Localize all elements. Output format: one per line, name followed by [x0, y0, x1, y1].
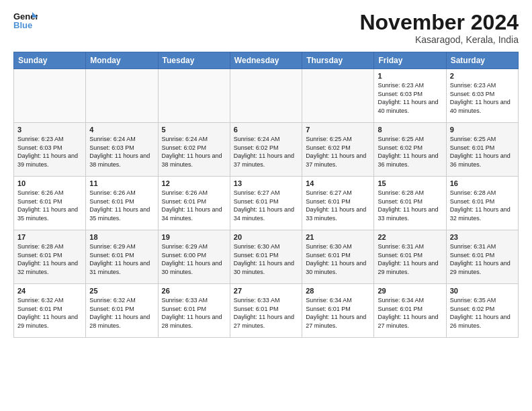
day-info: Sunrise: 6:26 AM Sunset: 6:01 PM Dayligh…	[17, 189, 82, 222]
day-info: Sunrise: 6:27 AM Sunset: 6:01 PM Dayligh…	[306, 189, 370, 222]
calendar-cell: 22Sunrise: 6:31 AM Sunset: 6:01 PM Dayli…	[374, 230, 446, 284]
day-number: 30	[450, 287, 515, 295]
page: General Blue November 2024 Kasaragod, Ke…	[0, 0, 532, 411]
day-info: Sunrise: 6:31 AM Sunset: 6:01 PM Dayligh…	[378, 242, 442, 276]
calendar-cell: 5Sunrise: 6:24 AM Sunset: 6:02 PM Daylig…	[158, 123, 230, 177]
calendar-cell: 20Sunrise: 6:30 AM Sunset: 6:01 PM Dayli…	[230, 230, 302, 284]
calendar-cell: 17Sunrise: 6:28 AM Sunset: 6:01 PM Dayli…	[14, 230, 86, 284]
month-title: November 2024	[359, 11, 519, 34]
day-number: 7	[306, 126, 370, 134]
day-number: 11	[89, 179, 154, 187]
header-row: Sunday Monday Tuesday Wednesday Thursday…	[14, 52, 519, 69]
col-friday: Friday	[374, 52, 446, 69]
calendar-cell	[230, 69, 302, 123]
calendar-cell: 11Sunrise: 6:26 AM Sunset: 6:01 PM Dayli…	[86, 177, 158, 230]
calendar-cell: 14Sunrise: 6:27 AM Sunset: 6:01 PM Dayli…	[302, 177, 374, 230]
day-info: Sunrise: 6:28 AM Sunset: 6:01 PM Dayligh…	[17, 242, 82, 276]
calendar-cell	[14, 69, 86, 123]
calendar-cell: 29Sunrise: 6:34 AM Sunset: 6:01 PM Dayli…	[374, 284, 446, 338]
title-area: November 2024 Kasaragod, Kerala, India	[359, 11, 519, 45]
calendar-cell: 9Sunrise: 6:25 AM Sunset: 6:01 PM Daylig…	[446, 123, 518, 177]
day-number: 12	[162, 179, 226, 187]
day-info: Sunrise: 6:34 AM Sunset: 6:01 PM Dayligh…	[378, 296, 442, 330]
day-info: Sunrise: 6:29 AM Sunset: 6:01 PM Dayligh…	[89, 242, 154, 276]
day-info: Sunrise: 6:23 AM Sunset: 6:03 PM Dayligh…	[378, 81, 442, 115]
day-info: Sunrise: 6:23 AM Sunset: 6:03 PM Dayligh…	[450, 81, 515, 115]
calendar-week-5: 24Sunrise: 6:32 AM Sunset: 6:01 PM Dayli…	[14, 284, 519, 338]
day-number: 1	[378, 72, 442, 80]
day-number: 23	[450, 233, 515, 241]
day-number: 25	[89, 287, 154, 295]
calendar-week-3: 10Sunrise: 6:26 AM Sunset: 6:01 PM Dayli…	[14, 177, 519, 230]
day-number: 18	[89, 233, 154, 241]
col-tuesday: Tuesday	[158, 52, 230, 69]
calendar-cell: 25Sunrise: 6:32 AM Sunset: 6:01 PM Dayli…	[86, 284, 158, 338]
day-number: 10	[17, 179, 82, 187]
calendar-cell: 26Sunrise: 6:33 AM Sunset: 6:01 PM Dayli…	[158, 284, 230, 338]
day-info: Sunrise: 6:28 AM Sunset: 6:01 PM Dayligh…	[450, 189, 515, 222]
col-thursday: Thursday	[302, 52, 374, 69]
day-info: Sunrise: 6:29 AM Sunset: 6:00 PM Dayligh…	[162, 242, 226, 276]
day-number: 14	[306, 179, 370, 187]
col-monday: Monday	[86, 52, 158, 69]
calendar-cell: 23Sunrise: 6:31 AM Sunset: 6:01 PM Dayli…	[446, 230, 518, 284]
calendar-cell: 13Sunrise: 6:27 AM Sunset: 6:01 PM Dayli…	[230, 177, 302, 230]
day-info: Sunrise: 6:26 AM Sunset: 6:01 PM Dayligh…	[89, 189, 154, 222]
calendar-cell: 15Sunrise: 6:28 AM Sunset: 6:01 PM Dayli…	[374, 177, 446, 230]
logo: General Blue	[13, 11, 38, 31]
calendar: Sunday Monday Tuesday Wednesday Thursday…	[13, 52, 519, 338]
day-number: 6	[234, 126, 298, 134]
day-number: 9	[450, 126, 515, 134]
day-number: 4	[89, 126, 154, 134]
calendar-cell: 4Sunrise: 6:24 AM Sunset: 6:03 PM Daylig…	[86, 123, 158, 177]
calendar-cell	[86, 69, 158, 123]
day-number: 17	[17, 233, 82, 241]
day-number: 8	[378, 126, 442, 134]
calendar-cell: 8Sunrise: 6:25 AM Sunset: 6:02 PM Daylig…	[374, 123, 446, 177]
day-number: 24	[17, 287, 82, 295]
day-number: 15	[378, 179, 442, 187]
day-info: Sunrise: 6:34 AM Sunset: 6:01 PM Dayligh…	[306, 296, 370, 330]
calendar-cell: 28Sunrise: 6:34 AM Sunset: 6:01 PM Dayli…	[302, 284, 374, 338]
day-number: 27	[234, 287, 298, 295]
day-info: Sunrise: 6:32 AM Sunset: 6:01 PM Dayligh…	[17, 296, 82, 330]
day-info: Sunrise: 6:25 AM Sunset: 6:01 PM Dayligh…	[450, 135, 515, 169]
location: Kasaragod, Kerala, India	[359, 34, 519, 45]
calendar-cell: 19Sunrise: 6:29 AM Sunset: 6:00 PM Dayli…	[158, 230, 230, 284]
calendar-cell	[158, 69, 230, 123]
day-info: Sunrise: 6:35 AM Sunset: 6:02 PM Dayligh…	[450, 296, 515, 330]
logo-icon: General Blue	[13, 11, 38, 31]
day-number: 22	[378, 233, 442, 241]
day-info: Sunrise: 6:28 AM Sunset: 6:01 PM Dayligh…	[378, 189, 442, 222]
col-wednesday: Wednesday	[230, 52, 302, 69]
day-info: Sunrise: 6:30 AM Sunset: 6:01 PM Dayligh…	[306, 242, 370, 276]
day-info: Sunrise: 6:27 AM Sunset: 6:01 PM Dayligh…	[234, 189, 298, 222]
calendar-cell: 12Sunrise: 6:26 AM Sunset: 6:01 PM Dayli…	[158, 177, 230, 230]
day-number: 21	[306, 233, 370, 241]
day-number: 29	[378, 287, 442, 295]
calendar-cell	[302, 69, 374, 123]
calendar-cell: 27Sunrise: 6:33 AM Sunset: 6:01 PM Dayli…	[230, 284, 302, 338]
calendar-cell: 2Sunrise: 6:23 AM Sunset: 6:03 PM Daylig…	[446, 69, 518, 123]
day-info: Sunrise: 6:24 AM Sunset: 6:02 PM Dayligh…	[162, 135, 226, 169]
calendar-cell: 6Sunrise: 6:24 AM Sunset: 6:02 PM Daylig…	[230, 123, 302, 177]
calendar-cell: 3Sunrise: 6:23 AM Sunset: 6:03 PM Daylig…	[14, 123, 86, 177]
day-number: 28	[306, 287, 370, 295]
col-sunday: Sunday	[14, 52, 86, 69]
day-info: Sunrise: 6:25 AM Sunset: 6:02 PM Dayligh…	[306, 135, 370, 169]
calendar-week-2: 3Sunrise: 6:23 AM Sunset: 6:03 PM Daylig…	[14, 123, 519, 177]
day-number: 13	[234, 179, 298, 187]
day-info: Sunrise: 6:33 AM Sunset: 6:01 PM Dayligh…	[234, 296, 298, 330]
day-info: Sunrise: 6:26 AM Sunset: 6:01 PM Dayligh…	[162, 189, 226, 222]
day-info: Sunrise: 6:30 AM Sunset: 6:01 PM Dayligh…	[234, 242, 298, 276]
day-number: 5	[162, 126, 226, 134]
calendar-cell: 30Sunrise: 6:35 AM Sunset: 6:02 PM Dayli…	[446, 284, 518, 338]
header: General Blue November 2024 Kasaragod, Ke…	[13, 11, 519, 45]
day-info: Sunrise: 6:23 AM Sunset: 6:03 PM Dayligh…	[17, 135, 82, 169]
day-info: Sunrise: 6:31 AM Sunset: 6:01 PM Dayligh…	[450, 242, 515, 276]
day-info: Sunrise: 6:25 AM Sunset: 6:02 PM Dayligh…	[378, 135, 442, 169]
day-info: Sunrise: 6:32 AM Sunset: 6:01 PM Dayligh…	[89, 296, 154, 330]
day-info: Sunrise: 6:24 AM Sunset: 6:02 PM Dayligh…	[234, 135, 298, 169]
day-number: 16	[450, 179, 515, 187]
day-number: 20	[234, 233, 298, 241]
